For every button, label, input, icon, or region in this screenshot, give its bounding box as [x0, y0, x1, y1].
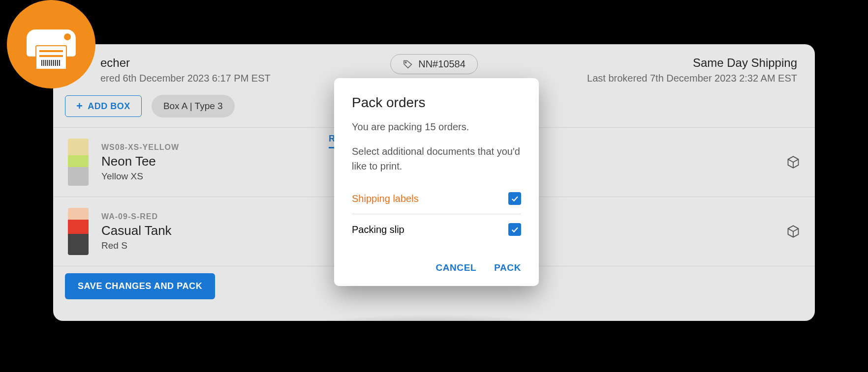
modal-title: Pack orders: [352, 95, 521, 111]
item-variant: Yellow XS: [101, 171, 179, 182]
product-thumbnail: [68, 139, 89, 186]
package-icon[interactable]: [786, 155, 800, 169]
modal-actions: CANCEL PACK: [352, 262, 521, 273]
brokered-timestamp: ered 6th December 2023 6:17 PM EST: [100, 73, 278, 84]
doc-label: Packing slip: [352, 224, 404, 235]
add-box-button[interactable]: + ADD BOX: [65, 95, 142, 117]
package-icon[interactable]: [786, 225, 800, 238]
item-sku: WS08-XS-YELLOW: [101, 143, 179, 152]
shipping-title: Same Day Shipping: [587, 56, 797, 70]
order-number-pill[interactable]: NN#10584: [390, 54, 478, 74]
cancel-button[interactable]: CANCEL: [435, 262, 476, 273]
doc-option-shipping-labels[interactable]: Shipping labels: [352, 183, 521, 214]
box-chip[interactable]: Box A | Type 3: [152, 95, 235, 117]
add-box-label: ADD BOX: [88, 101, 130, 112]
modal-instruction: Select additional documents that you'd l…: [352, 144, 521, 173]
item-variant: Red S: [101, 240, 172, 251]
customer-name: echer: [100, 56, 278, 70]
tag-icon: [403, 59, 413, 70]
printer-badge: [7, 0, 95, 88]
doc-option-packing-slip[interactable]: Packing slip: [352, 214, 521, 245]
order-number: NN#10584: [418, 58, 465, 70]
pack-orders-modal: Pack orders You are packing 15 orders. S…: [334, 78, 539, 286]
checkbox-checked-icon[interactable]: [508, 192, 521, 205]
modal-summary: You are packing 15 orders.: [352, 119, 521, 134]
product-thumbnail: [68, 208, 89, 255]
printer-icon: [27, 25, 76, 64]
checkbox-checked-icon[interactable]: [508, 223, 521, 236]
item-name: Casual Tank: [101, 223, 172, 238]
item-sku: WA-09-S-RED: [101, 212, 172, 221]
plus-icon: +: [76, 101, 83, 112]
save-and-pack-button[interactable]: SAVE CHANGES AND PACK: [65, 273, 215, 299]
pack-button[interactable]: PACK: [494, 262, 521, 273]
item-name: Neon Tee: [101, 154, 179, 169]
doc-label: Shipping labels: [352, 193, 419, 204]
svg-point-0: [405, 62, 406, 63]
shipping-subtitle: Last brokered 7th December 2023 2:32 AM …: [587, 73, 797, 84]
modal-shadow: [285, 315, 581, 344]
